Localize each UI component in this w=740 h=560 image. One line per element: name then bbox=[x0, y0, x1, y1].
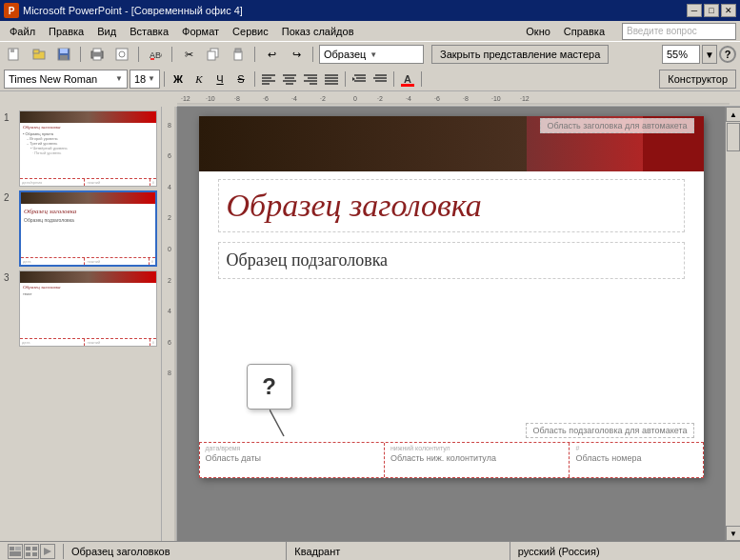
zoom-dropdown[interactable]: ▼ bbox=[702, 45, 717, 64]
toolbar-copy[interactable] bbox=[203, 45, 224, 64]
vertical-scrollbar[interactable]: ▲ ▼ bbox=[725, 107, 740, 541]
separator-3 bbox=[171, 47, 172, 62]
size-dropdown-arrow: ▼ bbox=[148, 74, 155, 83]
menu-window[interactable]: Окно bbox=[520, 24, 556, 39]
help-search-input[interactable]: Введите вопрос bbox=[622, 23, 736, 40]
scroll-down-button[interactable]: ▼ bbox=[726, 526, 740, 541]
svg-rect-70 bbox=[26, 547, 30, 550]
svg-rect-9 bbox=[93, 56, 101, 60]
footer-num-section[interactable]: # Область номера bbox=[570, 443, 702, 477]
slideshow-button[interactable] bbox=[40, 544, 55, 559]
toolbar-redo[interactable]: ↪ bbox=[286, 45, 307, 64]
menu-service[interactable]: Сервис bbox=[227, 24, 274, 39]
slide-thumbnail-1[interactable]: 1 Образец заголовка • Образец пункта – В… bbox=[4, 110, 157, 187]
menu-view[interactable]: Вид bbox=[91, 24, 122, 39]
slide-num-1: 1 bbox=[4, 110, 15, 123]
question-mark-box: ? bbox=[247, 364, 292, 410]
separator-5 bbox=[312, 47, 313, 62]
footer-text-section[interactable]: нижний колонтитул Область ниж. колонтиту… bbox=[385, 443, 570, 477]
underline-button[interactable]: Ч bbox=[210, 70, 230, 89]
close-master-button[interactable]: Закрыть представление мастера bbox=[431, 45, 609, 64]
align-left-button[interactable] bbox=[259, 70, 278, 89]
menu-format[interactable]: Формат bbox=[176, 24, 225, 39]
horizontal-ruler: ·12 ·10 ·8 ·6 ·4 ·2 0 ·2 ·4 ·6 ·8 ·10 ·1… bbox=[177, 91, 740, 107]
slide-thumbnail-3[interactable]: 3 Образец заголовка текст дата нижний # bbox=[4, 270, 157, 347]
slide-img-1[interactable]: Образец заголовка • Образец пункта – Вто… bbox=[19, 110, 157, 187]
main-slide[interactable]: Область заголовка для автомакета Образец… bbox=[199, 116, 704, 478]
strikethrough-button[interactable]: S bbox=[231, 70, 250, 89]
master-dropdown[interactable]: Образец ▼ bbox=[319, 45, 424, 64]
slide-sorter-button[interactable] bbox=[24, 544, 39, 559]
scroll-thumb[interactable] bbox=[727, 123, 740, 151]
svg-text:·12: ·12 bbox=[520, 95, 530, 102]
svg-text:4: 4 bbox=[168, 183, 171, 191]
slide-subtitle-placeholder[interactable]: Образец подзаголовка bbox=[218, 242, 685, 279]
toolbar-open[interactable] bbox=[29, 45, 50, 64]
toolbar-help[interactable]: ? bbox=[719, 46, 736, 63]
svg-text:6: 6 bbox=[168, 151, 171, 160]
bold-button[interactable]: Ж bbox=[169, 70, 188, 89]
title-bar: P Microsoft PowerPoint - [Современный оф… bbox=[0, 0, 740, 21]
app-icon: P bbox=[4, 3, 19, 18]
zoom-input[interactable]: 55% bbox=[662, 45, 700, 64]
maximize-button[interactable]: □ bbox=[704, 4, 719, 17]
font-dropdown-arrow: ▼ bbox=[115, 74, 123, 83]
toolbar-save[interactable] bbox=[53, 45, 74, 64]
toolbar-undo[interactable]: ↩ bbox=[261, 45, 282, 64]
menu-help[interactable]: Справка bbox=[558, 24, 610, 39]
font-name: Times New Roman bbox=[9, 73, 97, 85]
font-selector[interactable]: Times New Roman ▼ bbox=[4, 70, 128, 89]
slide-img-2[interactable]: Образец заголовка Образец подзаголовка д… bbox=[19, 190, 157, 267]
justify-button[interactable] bbox=[322, 70, 341, 89]
menu-edit[interactable]: Правка bbox=[43, 24, 90, 39]
svg-text:2: 2 bbox=[168, 275, 171, 284]
footer-date-section[interactable]: дата/время Область даты bbox=[200, 443, 385, 477]
svg-text:8: 8 bbox=[168, 120, 171, 129]
slide-footer: дата/время Область даты нижний колонтиту… bbox=[199, 442, 704, 478]
font-size-selector[interactable]: 18 ▼ bbox=[130, 70, 160, 89]
toolbar-new[interactable] bbox=[4, 45, 25, 64]
konstruktor-button[interactable]: Конструктор bbox=[659, 70, 736, 89]
scroll-up-button[interactable]: ▲ bbox=[726, 107, 740, 122]
slide-thumbnail-2[interactable]: 2 Образец заголовка Образец подзаголовка… bbox=[4, 190, 157, 267]
svg-marker-74 bbox=[44, 548, 51, 555]
align-right-button[interactable] bbox=[301, 70, 320, 89]
footer-num-area: Область номера bbox=[575, 453, 641, 463]
slide-viewport[interactable]: Область заголовка для автомакета Образец… bbox=[177, 107, 725, 541]
question-container: ? bbox=[247, 364, 292, 410]
font-color-button[interactable]: A bbox=[398, 70, 417, 89]
menu-insert[interactable]: Вставка bbox=[124, 24, 174, 39]
decrease-indent-button[interactable] bbox=[370, 70, 390, 89]
menu-bar: Файл Правка Вид Вставка Формат Сервис По… bbox=[0, 21, 740, 42]
svg-rect-3 bbox=[33, 50, 39, 53]
svg-line-66 bbox=[270, 410, 284, 436]
svg-rect-16 bbox=[235, 49, 241, 52]
svg-rect-5 bbox=[60, 49, 68, 53]
increase-indent-button[interactable] bbox=[350, 70, 369, 89]
svg-rect-6 bbox=[60, 55, 68, 60]
separator-format-5 bbox=[421, 71, 422, 87]
svg-text:·10: ·10 bbox=[491, 95, 501, 102]
toolbar-preview[interactable] bbox=[111, 45, 132, 64]
toolbar-print[interactable] bbox=[87, 45, 108, 64]
scroll-track[interactable] bbox=[726, 122, 740, 526]
svg-rect-69 bbox=[10, 551, 21, 556]
main-area: 1 Образец заголовка • Образец пункта – В… bbox=[0, 107, 740, 541]
normal-view-button[interactable] bbox=[8, 544, 23, 559]
slide-title-placeholder[interactable]: Образец заголовка bbox=[218, 179, 685, 232]
menu-slideshow[interactable]: Показ слайдов bbox=[276, 24, 360, 39]
slide-img-3[interactable]: Образец заголовка текст дата нижний # bbox=[19, 270, 157, 347]
svg-text:·2: ·2 bbox=[320, 95, 326, 102]
menu-file[interactable]: Файл bbox=[4, 24, 41, 39]
italic-button[interactable]: К bbox=[190, 70, 209, 89]
window-title: Microsoft PowerPoint - [Современный офис… bbox=[23, 5, 687, 16]
align-center-button[interactable] bbox=[280, 70, 299, 89]
toolbar-cut[interactable]: ✂ bbox=[178, 45, 199, 64]
footer-footer-label: нижний колонтитул bbox=[390, 445, 563, 451]
close-button[interactable]: ✕ bbox=[721, 4, 736, 17]
slide-subtitle-text: Образец подзаголовка bbox=[227, 250, 676, 270]
toolbar-paste[interactable] bbox=[228, 45, 249, 64]
toolbar-spellcheck[interactable]: ABC bbox=[145, 45, 166, 64]
minimize-button[interactable]: ─ bbox=[687, 4, 702, 17]
footer-date-area: Область даты bbox=[206, 453, 261, 463]
